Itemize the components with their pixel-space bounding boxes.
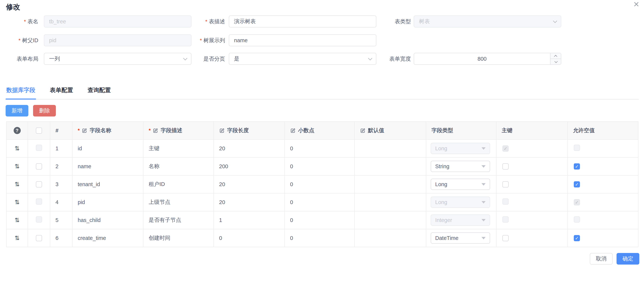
edit-table-dialog: 修改 × *表名 tb_tree *表描述 演示树表 表类型 树表 *树父ID … xyxy=(0,0,644,292)
table-name-input: tb_tree xyxy=(44,16,192,28)
row-select-cell xyxy=(28,193,50,211)
add-button[interactable]: 新增 xyxy=(6,105,28,116)
decimal-point-cell[interactable]: 0 xyxy=(285,211,354,229)
tab-query-config[interactable]: 查询配置 xyxy=(87,86,112,99)
nullable-checkbox xyxy=(574,216,580,222)
drag-sort-icon[interactable]: ⇅ xyxy=(14,216,20,224)
tab-form-config[interactable]: 表单配置 xyxy=(49,86,74,99)
tree-parent-label: *树父ID xyxy=(0,34,38,46)
field-length-cell[interactable]: 0 xyxy=(214,229,285,247)
column-header-8: 字段类型 xyxy=(426,122,496,140)
field-type-select[interactable]: Long xyxy=(431,179,490,190)
field-length-cell[interactable]: 1 xyxy=(214,211,285,229)
column-header-3: *字段名称 xyxy=(72,122,143,140)
cancel-button[interactable]: 取消 xyxy=(590,253,612,264)
stepper-up-icon[interactable] xyxy=(550,53,561,58)
row-index-cell: 6 xyxy=(50,229,72,247)
field-desc-cell[interactable]: 是否有子节点 xyxy=(143,211,214,229)
tree-parent-input: pid xyxy=(44,34,192,46)
drag-sort-icon[interactable]: ⇅ xyxy=(14,181,20,188)
form-width-label: 表单宽度 xyxy=(372,53,411,65)
required-asterisk: * xyxy=(200,38,202,43)
decimal-point-cell[interactable]: 0 xyxy=(285,193,354,211)
table-row: ⇅4pid上级节点200Long✓ xyxy=(6,193,638,211)
nullable-checkbox[interactable]: ✓ xyxy=(574,181,580,188)
nullable-checkbox[interactable]: ✓ xyxy=(574,235,580,241)
check-icon: ✓ xyxy=(37,128,41,133)
field-name-cell[interactable]: create_time xyxy=(72,229,143,247)
row-index-cell: 2 xyxy=(50,158,72,175)
field-length-cell[interactable]: 20 xyxy=(214,140,285,158)
form-width-input[interactable]: 800 xyxy=(414,53,561,65)
help-icon[interactable]: ? xyxy=(14,127,21,134)
table-row: ⇅✓6create_time创建时间00DateTime✓✓ xyxy=(6,229,638,247)
field-name-cell[interactable]: tenant_id xyxy=(72,175,143,193)
tab-bar: 数据库字段 表单配置 查询配置 xyxy=(6,86,639,100)
field-length-cell[interactable]: 20 xyxy=(214,193,285,211)
row-select-checkbox[interactable]: ✓ xyxy=(36,181,42,188)
field-desc-cell[interactable]: 租户ID xyxy=(143,175,214,193)
delete-button[interactable]: 删除 xyxy=(33,105,56,116)
caret-down-icon xyxy=(482,147,486,150)
field-desc-cell[interactable]: 名称 xyxy=(143,158,214,175)
row-select-checkbox[interactable]: ✓ xyxy=(36,235,42,241)
primary-key-checkbox[interactable]: ✓ xyxy=(502,163,508,170)
primary-key-checkbox[interactable]: ✓ xyxy=(502,181,508,188)
field-name-cell[interactable]: has_child xyxy=(72,211,143,229)
caret-down-icon xyxy=(482,237,486,239)
nullable-checkbox[interactable]: ✓ xyxy=(574,163,580,170)
default-value-cell[interactable] xyxy=(354,211,426,229)
field-name-cell[interactable]: name xyxy=(72,158,143,175)
tab-database-fields[interactable]: 数据库字段 xyxy=(6,86,36,99)
column-header-10: 允许空值 xyxy=(568,122,638,140)
form-layout-select[interactable]: 一列 xyxy=(44,53,192,65)
row-index-cell: 4 xyxy=(50,193,72,211)
pagination-select[interactable]: 是 xyxy=(229,53,376,65)
row-select-checkbox[interactable]: ✓ xyxy=(36,163,42,170)
stepper-down-icon[interactable] xyxy=(550,58,561,64)
field-length-cell[interactable]: 200 xyxy=(214,158,285,175)
ok-button[interactable]: 确定 xyxy=(616,253,639,264)
field-desc-cell[interactable]: 创建时间 xyxy=(143,229,214,247)
field-length-cell[interactable]: 20 xyxy=(214,175,285,193)
tree-display-input[interactable]: name xyxy=(229,34,376,46)
default-value-cell[interactable] xyxy=(354,140,426,158)
nullable-cell: ✓ xyxy=(568,229,638,247)
field-name-cell[interactable]: id xyxy=(72,140,143,158)
field-name-cell[interactable]: pid xyxy=(72,193,143,211)
primary-key-cell: ✓ xyxy=(496,229,568,247)
chevron-down-icon xyxy=(553,19,557,23)
select-all-checkbox[interactable]: ✓ xyxy=(36,128,42,134)
default-value-cell[interactable] xyxy=(354,193,426,211)
drag-sort-icon[interactable]: ⇅ xyxy=(14,163,20,170)
decimal-point-cell[interactable]: 0 xyxy=(285,175,354,193)
drag-sort-icon[interactable]: ⇅ xyxy=(14,199,20,206)
decimal-point-cell[interactable]: 0 xyxy=(285,158,354,175)
row-select-checkbox xyxy=(36,198,42,204)
drag-sort-icon[interactable]: ⇅ xyxy=(14,145,20,152)
row-index-cell: 5 xyxy=(50,211,72,229)
nullable-cell: ✓ xyxy=(568,158,638,175)
default-value-cell[interactable] xyxy=(354,158,426,175)
required-asterisk: * xyxy=(205,19,207,24)
primary-key-cell xyxy=(496,211,568,229)
field-type-cell: Long xyxy=(426,140,496,158)
primary-key-cell xyxy=(496,193,568,211)
field-desc-cell[interactable]: 主键 xyxy=(143,140,214,158)
check-icon: ✓ xyxy=(504,146,507,151)
close-icon[interactable]: × xyxy=(634,0,639,9)
primary-key-checkbox[interactable]: ✓ xyxy=(502,235,508,241)
field-type-select[interactable]: DateTime xyxy=(431,232,490,244)
decimal-point-cell[interactable]: 0 xyxy=(285,140,354,158)
default-value-cell[interactable] xyxy=(354,229,426,247)
decimal-point-cell[interactable]: 0 xyxy=(285,229,354,247)
row-select-cell: ✓ xyxy=(28,158,50,175)
drag-sort-icon[interactable]: ⇅ xyxy=(14,234,20,242)
field-type-select[interactable]: String xyxy=(431,161,490,172)
default-value-cell[interactable] xyxy=(354,175,426,193)
row-select-checkbox xyxy=(36,145,42,151)
table-desc-input[interactable]: 演示树表 xyxy=(229,16,376,28)
drag-sort-cell: ⇅ xyxy=(6,193,28,211)
pagination-label: 是否分页 xyxy=(183,53,225,65)
field-desc-cell[interactable]: 上级节点 xyxy=(143,193,214,211)
